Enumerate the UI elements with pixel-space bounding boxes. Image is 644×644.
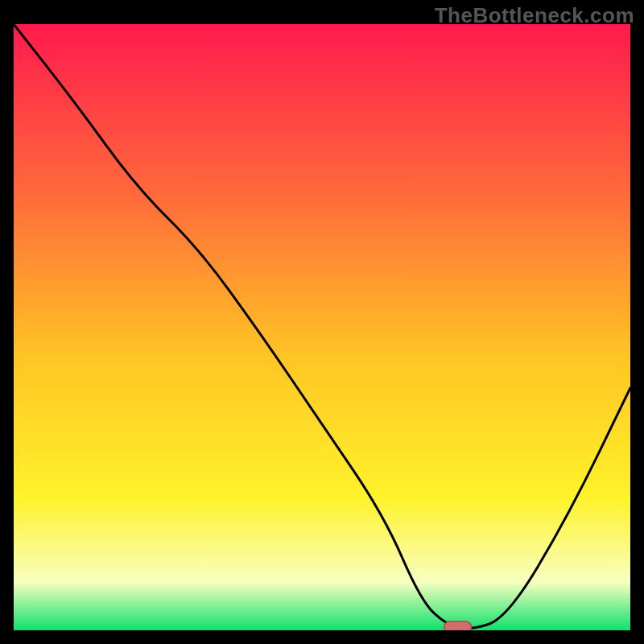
gradient-background — [14, 24, 630, 630]
optimum-marker — [444, 621, 472, 630]
chart-frame: TheBottleneck.com — [0, 0, 644, 644]
plot-area — [14, 24, 630, 630]
chart-svg — [14, 24, 630, 630]
watermark-text: TheBottleneck.com — [435, 3, 634, 28]
